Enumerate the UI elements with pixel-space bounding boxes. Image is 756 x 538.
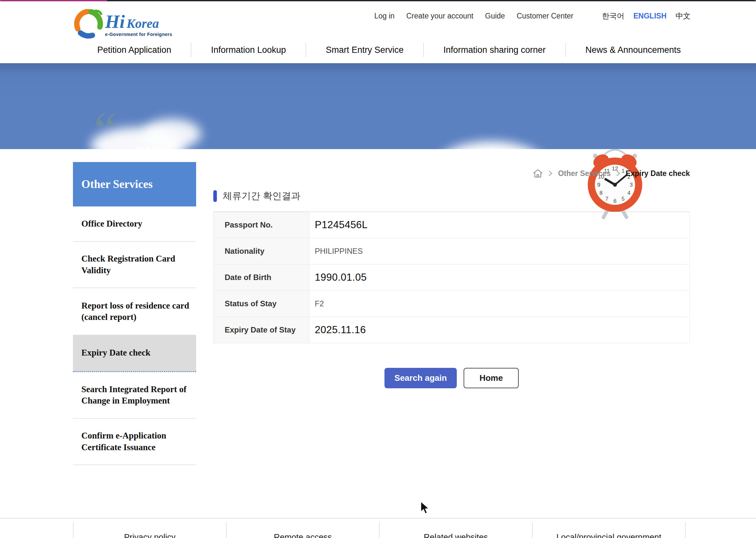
row-label: Nationality: [214, 238, 309, 264]
chevron-right-icon: [616, 170, 621, 177]
row-value: PHILIPPINES: [309, 238, 690, 264]
page: Hi Korea e-Government for Foreigners Log…: [0, 0, 756, 538]
cloud-graphic: [438, 142, 545, 149]
main-navigation: Petition Application Information Lookup …: [97, 43, 681, 57]
language-switcher: 한국어 ENGLISH 中文: [593, 11, 690, 21]
sidebar-item-label: Confirm e-Application Certificate Issuan…: [81, 430, 189, 453]
hero-banner: “: [0, 63, 756, 149]
row-value: 1990.01.05: [309, 264, 690, 291]
hikorea-logo-text: Hi Korea e-Government for Foreigners: [105, 12, 172, 37]
stay-result-table: Passport No. P1245456L Nationality PHILI…: [213, 212, 690, 343]
section-title: 체류기간 확인결과: [223, 189, 300, 202]
nav-information-lookup[interactable]: Information Lookup: [211, 43, 286, 57]
row-label: Date of Birth: [214, 264, 309, 291]
nav-divider: [306, 43, 306, 57]
language-english[interactable]: ENGLISH: [633, 12, 667, 21]
customer-center-link[interactable]: Customer Center: [517, 12, 573, 21]
guide-link[interactable]: Guide: [485, 12, 505, 21]
row-label: Status of Stay: [214, 291, 309, 317]
home-button[interactable]: Home: [463, 368, 519, 388]
table-row-nationality: Nationality PHILIPPINES: [214, 238, 690, 264]
row-value: P1245456L: [309, 212, 690, 238]
clock-number: 9: [597, 182, 600, 188]
row-value: 2025.11.16: [309, 317, 690, 343]
header-utility-bar: Log in Create your account Guide Custome…: [362, 11, 690, 21]
hikorea-logo-icon: [74, 9, 104, 40]
hikorea-logo[interactable]: Hi Korea e-Government for Foreigners: [74, 9, 172, 40]
mouse-cursor: [420, 501, 431, 517]
site-header: Hi Korea e-Government for Foreigners Log…: [0, 1, 756, 63]
clock-number: 3: [629, 182, 632, 188]
breadcrumb: Other Services Expiry Date check: [533, 169, 690, 178]
row-label: Passport No.: [214, 212, 309, 238]
row-value: F2: [309, 291, 690, 317]
banner-title: HiKorea: [135, 143, 172, 149]
sidebar-item-office-directory[interactable]: Office Directory: [73, 206, 196, 242]
search-again-button[interactable]: Search again: [385, 368, 457, 388]
nav-petition-application[interactable]: Petition Application: [97, 43, 171, 57]
quote-mark-graphic: “: [94, 105, 117, 149]
footer-link-related-websites[interactable]: Related websites: [379, 522, 532, 538]
language-chinese[interactable]: 中文: [675, 11, 690, 21]
sidebar-item-confirm-eapplication[interactable]: Confirm e-Application Certificate Issuan…: [73, 419, 196, 465]
footer: Privacy policy Remote access Related web…: [73, 522, 686, 538]
row-label: Expiry Date of Stay: [214, 317, 309, 343]
login-link[interactable]: Log in: [374, 12, 395, 21]
home-icon[interactable]: [533, 169, 543, 178]
sidebar-item-label: Check Registration Card Validity: [81, 253, 189, 276]
section-header: 체류기간 확인결과: [213, 189, 690, 202]
main-content: 체류기간 확인결과 Passport No. P1245456L Nationa…: [213, 189, 690, 388]
table-row-date-of-birth: Date of Birth 1990.01.05: [214, 264, 690, 291]
breadcrumb-current-page: Expiry Date check: [626, 169, 690, 178]
table-row-status-of-stay: Status of Stay F2: [214, 291, 690, 317]
footer-link-remote-access[interactable]: Remote access: [226, 522, 379, 538]
nav-divider: [423, 43, 424, 57]
sidebar-item-search-integrated-report[interactable]: Search Integrated Report of Change in Em…: [73, 372, 196, 419]
logo-tagline: e-Government for Foreigners: [105, 32, 172, 37]
footer-divider: [0, 518, 756, 518]
table-row-expiry-date: Expiry Date of Stay 2025.11.16: [214, 317, 690, 343]
table-row-passport: Passport No. P1245456L: [214, 212, 690, 238]
logo-hi: Hi: [105, 12, 125, 31]
footer-link-privacy-policy[interactable]: Privacy policy: [73, 522, 226, 538]
sidebar-title: Other Services: [81, 178, 153, 191]
language-korean[interactable]: 한국어: [602, 11, 624, 21]
action-buttons: Search again Home: [213, 368, 690, 388]
sidebar-item-label: Search Integrated Report of Change in Em…: [81, 384, 189, 406]
sidebar-item-expiry-date-check[interactable]: Expiry Date check: [73, 335, 196, 372]
hero-banner-art: “: [0, 63, 756, 149]
nav-information-sharing-corner[interactable]: Information sharing corner: [444, 43, 546, 57]
section-marker: [213, 190, 217, 202]
nav-divider: [566, 43, 566, 57]
breadcrumb-other-services[interactable]: Other Services: [558, 169, 611, 178]
nav-news-announcements[interactable]: News & Announcements: [585, 43, 681, 57]
nav-divider: [191, 43, 191, 57]
sidebar-header: Other Services: [73, 162, 196, 206]
sidebar-item-report-loss-residence-card[interactable]: Report loss of residence card (cancel re…: [73, 288, 196, 335]
nav-smart-entry-service[interactable]: Smart Entry Service: [326, 43, 404, 57]
sidebar-item-label: Office Directory: [81, 218, 142, 230]
sidebar-item-label: Report loss of residence card (cancel re…: [81, 300, 189, 323]
logo-korea: Korea: [127, 17, 159, 30]
footer-link-local-government[interactable]: Local/provincial government: [532, 522, 686, 538]
chevron-right-icon: [548, 170, 553, 177]
create-account-link[interactable]: Create your account: [406, 12, 473, 21]
sidebar-item-check-registration-card[interactable]: Check Registration Card Validity: [73, 242, 196, 288]
sidebar: Other Services Office Directory Check Re…: [73, 162, 196, 465]
sidebar-item-label: Expiry Date check: [81, 347, 150, 358]
